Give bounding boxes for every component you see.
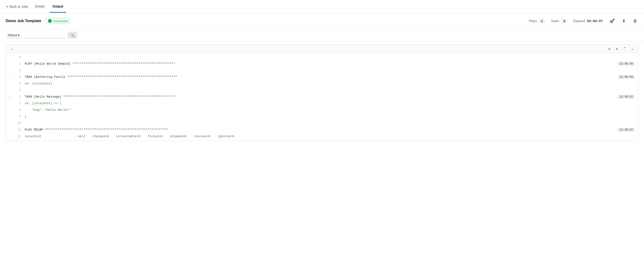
log-line: 4ok: [localhost]: [6, 80, 638, 87]
line-number: 2: [14, 68, 25, 72]
log-toggle: [6, 107, 14, 108]
tab-details[interactable]: Details: [32, 1, 48, 13]
line-number: 8: [14, 107, 25, 112]
back-to-jobs-link[interactable]: ◄ Back to Jobs: [6, 5, 28, 9]
delete-button[interactable]: 🗑: [632, 18, 638, 25]
log-line: 2: [6, 67, 638, 74]
rocket-button[interactable]: 🚀: [608, 18, 616, 25]
log-line: 11PLAY RECAP ***************************…: [6, 127, 638, 133]
log-toggle: [6, 120, 14, 121]
log-line: 8 "msg": "Hello World!": [6, 107, 638, 113]
line-number: 3: [14, 74, 25, 79]
line-timestamp: 12:48:50: [617, 75, 635, 79]
log-toggle: [6, 81, 14, 82]
plays-count: 1: [539, 19, 545, 23]
back-label: Back to Jobs: [10, 5, 28, 9]
log-line: ⌄6TASK [Hello Message] *****************…: [6, 94, 638, 100]
line-text: "msg": "Hello World!": [25, 107, 638, 113]
log-toggle: [6, 127, 14, 128]
search-button[interactable]: 🔍: [68, 32, 77, 39]
line-text: ok: [localhost] => {: [25, 101, 638, 106]
log-line: 0: [6, 54, 638, 61]
line-number: 11: [14, 127, 25, 132]
download-button[interactable]: ⬇: [621, 18, 626, 25]
line-text: [25, 120, 638, 125]
job-title: Demo Job Template: [6, 19, 41, 23]
line-text: localhost : ok=2 changed=0 unreachable=0…: [25, 134, 638, 139]
log-line: 12localhost : ok=2 changed=0 unreachable…: [6, 133, 638, 140]
status-label: Successful: [53, 19, 68, 23]
log-toggle: [6, 68, 14, 69]
job-meta: Plays 1 Tasks 2 Elapsed 00:00:07 🚀 ⬇ 🗑: [529, 18, 638, 25]
line-text: TASK [Hello Message] *******************…: [25, 94, 617, 99]
line-text: PLAY [Hello World Sample] **************…: [25, 61, 617, 67]
tasks-label: Tasks: [551, 19, 559, 23]
line-number: 6: [14, 94, 25, 99]
log-toggle: [6, 55, 14, 55]
elapsed-meta: Elapsed 00:00:07: [573, 19, 603, 23]
log-toggle[interactable]: ⌄: [6, 94, 14, 98]
plays-label: Plays: [529, 19, 537, 23]
search-input[interactable]: [23, 32, 66, 38]
line-timestamp: 12:48:50: [617, 62, 635, 66]
line-timestamp: 12:48:52: [617, 95, 635, 99]
line-number: 5: [14, 87, 25, 92]
line-text: [25, 68, 638, 72]
line-text: ok: [localhost]: [25, 81, 638, 86]
log-toggle[interactable]: ⌄: [6, 74, 14, 78]
log-toggle: [6, 114, 14, 115]
line-text: }: [25, 114, 638, 119]
log-line: ⌄1PLAY [Hello World Sample] ************…: [6, 61, 638, 67]
output-scroll-controls: ∧ ∨ ⌃ ⌄: [606, 46, 635, 51]
stdout-label: Stdout: [8, 33, 17, 37]
line-text: TASK [Gathering Facts] *****************…: [25, 74, 617, 80]
scroll-top-button[interactable]: ⌃: [622, 46, 628, 51]
top-navigation: ◄ Back to Jobs Details Output: [0, 0, 644, 13]
log-toggle: [6, 134, 14, 135]
plays-meta: Plays 1: [529, 19, 545, 23]
line-text: [25, 55, 638, 59]
output-container: ⌄ ∧ ∨ ⌃ ⌄ 0⌄1PLAY [Hello World Sample] *…: [6, 44, 638, 141]
collapse-all-button[interactable]: ⌄: [9, 46, 14, 51]
line-number: 12: [14, 134, 25, 138]
log-line: 10: [6, 120, 638, 127]
line-text: PLAY RECAP *****************************…: [25, 127, 617, 132]
line-number: 0: [14, 55, 25, 59]
log-toggle: [6, 101, 14, 102]
tab-output[interactable]: Output: [50, 1, 66, 13]
elapsed-label: Elapsed: [573, 19, 585, 23]
scroll-down-button[interactable]: ∨: [614, 46, 620, 51]
line-timestamp: 12:48:52: [617, 128, 635, 132]
log-line: 5: [6, 87, 638, 94]
scroll-up-button[interactable]: ∧: [606, 46, 612, 51]
log-toggle[interactable]: ⌄: [6, 61, 14, 65]
line-number: 10: [14, 120, 25, 125]
line-text: [25, 87, 638, 92]
status-badge: ✓ Successful: [45, 18, 71, 24]
output-toolbar: Stdout ▾ 🔍: [0, 29, 644, 42]
line-number: 1: [14, 61, 25, 66]
log-toggle: [6, 87, 14, 88]
line-number: 4: [14, 81, 25, 85]
log-line: 9}: [6, 113, 638, 120]
chevron-left-icon: ◄: [6, 5, 8, 8]
status-check-icon: ✓: [48, 19, 52, 23]
elapsed-value: 00:00:07: [587, 19, 603, 23]
log-content: 0⌄1PLAY [Hello World Sample] ***********…: [6, 53, 638, 141]
tasks-count: 2: [561, 19, 568, 23]
output-controls-bar: ⌄ ∧ ∨ ⌃ ⌄: [6, 45, 638, 53]
scroll-bottom-button[interactable]: ⌄: [630, 46, 635, 51]
job-header: Demo Job Template ✓ Successful Plays 1 T…: [0, 13, 644, 29]
tasks-meta: Tasks 2: [551, 19, 568, 23]
log-line: 7ok: [localhost] => {: [6, 100, 638, 107]
dropdown-arrow-icon: ▾: [18, 33, 20, 37]
log-line: ⌄3TASK [Gathering Facts] ***************…: [6, 74, 638, 80]
line-number: 7: [14, 101, 25, 105]
line-number: 9: [14, 114, 25, 118]
stdout-select[interactable]: Stdout ▾: [6, 32, 22, 38]
